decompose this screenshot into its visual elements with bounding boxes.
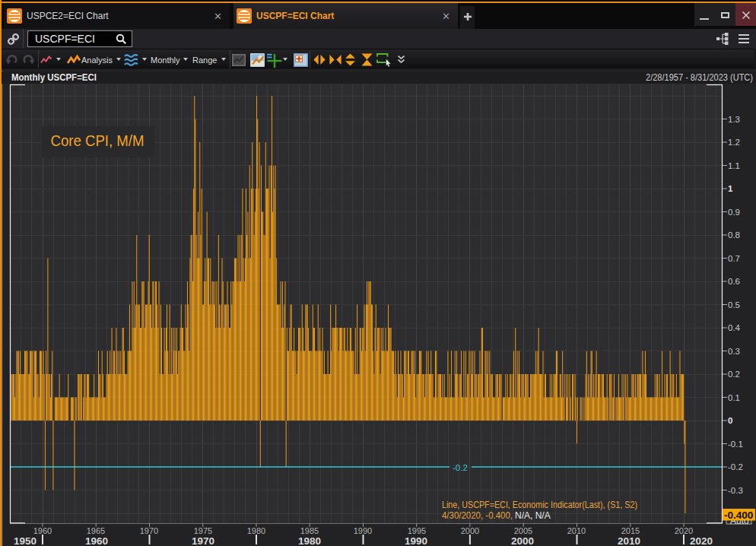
svg-text:1: 1 (728, 184, 733, 193)
svg-text:2020: 2020 (675, 526, 693, 535)
svg-text:0.1: 0.1 (728, 393, 740, 402)
svg-text:2/28/1957 - 8/31/2023 (UTC): 2/28/1957 - 8/31/2023 (UTC) (646, 72, 753, 83)
svg-text:2020: 2020 (690, 535, 713, 546)
svg-text:2010: 2010 (618, 535, 640, 546)
svg-text:Monthly USCPF=ECI: Monthly USCPF=ECI (11, 72, 97, 83)
svg-text:1980: 1980 (298, 535, 321, 546)
svg-text:1970: 1970 (140, 526, 158, 535)
svg-text:2000: 2000 (511, 535, 534, 546)
svg-text:1.1: 1.1 (728, 161, 740, 170)
svg-text:0: 0 (728, 416, 732, 425)
svg-text:0.9: 0.9 (728, 208, 740, 217)
svg-text:0.3: 0.3 (728, 347, 740, 356)
svg-text:4/30/2020, -0.400,: 4/30/2020, -0.400, (442, 510, 513, 521)
svg-text:2005: 2005 (514, 526, 532, 535)
svg-text:-0.2: -0.2 (728, 462, 743, 471)
svg-text:1975: 1975 (194, 526, 212, 535)
svg-text:0.7: 0.7 (728, 254, 740, 263)
svg-text:Line, USCPF=ECI, Economic Indi: Line, USCPF=ECI, Economic Indicator(Last… (442, 500, 637, 510)
svg-text:2000: 2000 (461, 526, 479, 535)
svg-text:0.2: 0.2 (728, 370, 740, 379)
svg-text:1990: 1990 (354, 526, 372, 535)
svg-text:1990: 1990 (405, 535, 427, 546)
svg-text:2010: 2010 (567, 526, 586, 535)
svg-text:2015: 2015 (621, 526, 640, 535)
svg-text:Core CPI, M/M: Core CPI, M/M (51, 132, 145, 149)
svg-text:1960: 1960 (85, 535, 108, 546)
svg-text:-0.2: -0.2 (453, 463, 468, 472)
svg-text:1.2: 1.2 (728, 138, 740, 147)
svg-text:N/A, N/A: N/A, N/A (515, 510, 551, 521)
svg-text:1985: 1985 (300, 526, 319, 535)
svg-text:0.4: 0.4 (728, 323, 741, 332)
svg-text:1965: 1965 (87, 526, 105, 535)
svg-text:1995: 1995 (408, 526, 426, 535)
svg-text:0.6: 0.6 (728, 277, 740, 286)
svg-text:0.8: 0.8 (728, 230, 740, 240)
svg-text:1960: 1960 (33, 526, 52, 535)
svg-text:-0.3: -0.3 (728, 486, 743, 495)
svg-text:1.3: 1.3 (728, 115, 740, 124)
svg-text:1950: 1950 (14, 535, 37, 546)
svg-text:-0.1: -0.1 (728, 440, 743, 449)
svg-text:1980: 1980 (247, 526, 265, 535)
svg-text:0.5: 0.5 (728, 300, 740, 310)
svg-text:1970: 1970 (192, 535, 214, 546)
svg-text:-0.400: -0.400 (724, 509, 753, 521)
